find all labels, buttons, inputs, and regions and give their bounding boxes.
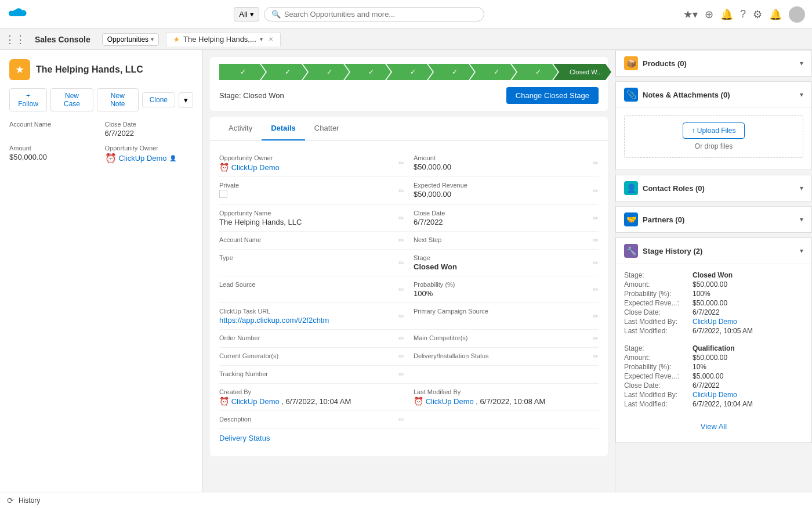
type-label: Type [219, 254, 404, 261]
favorites-icon[interactable]: ★▾ [683, 8, 698, 21]
edit-icon[interactable]: ✏ [398, 286, 404, 294]
drop-text: Or drop files [632, 142, 796, 150]
history-prob-1: Probability (%): 100% [624, 290, 803, 298]
new-case-button[interactable]: New Case [50, 88, 93, 111]
edit-icon[interactable]: ✏ [398, 370, 404, 379]
tab-dropdown-icon[interactable]: ▾ [260, 36, 263, 42]
private-checkbox[interactable] [219, 190, 227, 198]
tab-chatter[interactable]: Chatter [305, 117, 349, 140]
edit-icon[interactable]: ✏ [398, 159, 404, 167]
stage-history-header[interactable]: 🔧 Stage History (2) ▾ [616, 238, 811, 264]
tab-activity[interactable]: Activity [219, 117, 262, 140]
history-amount-1: Amount: $50,000.00 [624, 280, 803, 289]
expected-revenue-detail: Expected Revenue $50,000.00 ✏ [414, 182, 599, 200]
edit-icon[interactable]: ✏ [593, 286, 599, 294]
app-menu-icon[interactable]: ⋮⋮ [5, 33, 26, 46]
history-lm-value-1: 6/7/2022, 10:05 AM [693, 327, 753, 335]
clickup-url-value[interactable]: https://app.clickup.com/t/2f2chtm [219, 316, 404, 325]
partners-chevron: ▾ [800, 215, 803, 224]
record-tab[interactable]: ★ The Helping Hands,... ▾ ✕ [166, 32, 281, 46]
stage-step-7[interactable]: ✓ [470, 64, 516, 80]
stage-step-closed[interactable]: Closed W... [553, 64, 611, 80]
partners-section: 🤝 Partners (0) ▾ [615, 206, 812, 233]
history-lm-label-2: Last Modified: [624, 400, 688, 408]
edit-icon[interactable]: ✏ [593, 159, 599, 167]
record-header: ★ The Helping Hands, LLC [9, 59, 193, 80]
edit-icon[interactable]: ✏ [398, 236, 404, 244]
edit-icon[interactable]: ✏ [398, 334, 404, 343]
edit-icon[interactable]: ✏ [593, 312, 599, 320]
delivery-status-value[interactable]: Delivery Status [219, 434, 404, 442]
stage-step-1[interactable]: ✓ [219, 64, 266, 80]
edit-icon[interactable]: ✏ [593, 236, 599, 244]
stage-history-icon: 🔧 [624, 244, 638, 258]
created-by-link[interactable]: ClickUp Demo [231, 397, 280, 406]
add-icon[interactable]: ⊕ [705, 8, 713, 21]
history-label[interactable]: History [19, 496, 40, 505]
type-detail: Type ✏ [219, 254, 404, 271]
edit-icon[interactable]: ✏ [398, 259, 404, 267]
opportunities-tab[interactable]: Opportunities ▾ [102, 33, 159, 46]
last-modified-label: Last Modified By [414, 388, 599, 395]
salesforce-logo[interactable] [7, 4, 28, 25]
history-lmb-2: Last Modified By: ClickUp Demo [624, 391, 803, 399]
edit-icon[interactable]: ✏ [593, 259, 599, 267]
history-lmb-value-1[interactable]: ClickUp Demo [693, 318, 737, 326]
edit-icon[interactable]: ✏ [398, 312, 404, 320]
stage-step-2[interactable]: ✓ [261, 64, 307, 80]
history-icon: ⟳ [7, 496, 14, 505]
record-title: The Helping Hands, LLC [36, 64, 143, 75]
user-avatar[interactable] [789, 6, 805, 23]
stage-step-4[interactable]: ✓ [345, 64, 391, 80]
edit-icon[interactable]: ✏ [593, 187, 599, 195]
clickup-url-detail: ClickUp Task URL https://app.clickup.com… [219, 308, 404, 325]
search-scope-select[interactable]: All ▾ [234, 7, 259, 21]
opp-owner-detail-value[interactable]: ⏰ ClickUp Demo [219, 163, 404, 172]
stage-step-6[interactable]: ✓ [428, 64, 474, 80]
stage-step-5[interactable]: ✓ [386, 64, 433, 80]
new-note-button[interactable]: New Note [97, 88, 139, 111]
detail-row-5: Type ✏ Stage Closed Won ✏ [219, 250, 599, 276]
stage-step-3[interactable]: ✓ [303, 64, 349, 80]
notifications-icon[interactable]: 🔔 [720, 8, 733, 21]
last-modified-date: , 6/7/2022, 10:08 AM [476, 397, 545, 406]
upload-files-button[interactable]: ↑ Upload Files [683, 123, 744, 139]
last-modified-link[interactable]: ClickUp Demo [426, 397, 474, 406]
edit-icon[interactable]: ✏ [593, 214, 599, 222]
tab-close-icon[interactable]: ✕ [269, 36, 273, 42]
clone-button[interactable]: Clone [142, 92, 175, 107]
history-closedate-value-1: 6/7/2022 [693, 308, 720, 316]
settings-icon[interactable]: ⚙ [753, 8, 762, 21]
opportunity-owner-value[interactable]: ⏰ ClickUp Demo 👤 [105, 153, 194, 164]
view-all-link[interactable]: View All [624, 417, 803, 435]
edit-icon[interactable]: ✏ [398, 214, 404, 222]
products-header[interactable]: 📦 Products (0) ▾ [616, 51, 811, 76]
view-all-anchor[interactable]: View All [701, 422, 727, 431]
middle-panel: ✓ ✓ ✓ ✓ ✓ ✓ ✓ ✓ Closed W... Stage: Close… [203, 50, 615, 492]
more-actions-button[interactable]: ▾ [179, 92, 193, 108]
search-box[interactable]: 🔍 [264, 7, 484, 21]
partners-header[interactable]: 🤝 Partners (0) ▾ [616, 207, 811, 232]
notes-header[interactable]: 📎 Notes & Attachments (0) ▾ [616, 82, 811, 108]
notes-icon: 📎 [624, 88, 638, 102]
contact-roles-header[interactable]: 👤 Contact Roles (0) ▾ [616, 175, 811, 201]
stage-step-8[interactable]: ✓ [512, 64, 558, 80]
created-by-value: ⏰ ClickUp Demo , 6/7/2022, 10:04 AM [219, 397, 404, 406]
edit-icon[interactable]: ✏ [398, 352, 404, 361]
lead-source-detail: Lead Source ✏ [219, 281, 404, 298]
edit-icon[interactable]: ✏ [593, 334, 599, 343]
history-lmb-1: Last Modified By: ClickUp Demo [624, 318, 803, 326]
change-closed-stage-button[interactable]: Change Closed Stage [506, 87, 599, 104]
search-input[interactable] [284, 10, 477, 19]
edit-icon[interactable]: ✏ [398, 187, 404, 195]
follow-button[interactable]: + Follow [9, 88, 47, 111]
tab-details[interactable]: Details [262, 117, 305, 140]
close-date-detail: Close Date 6/7/2022 ✏ [414, 210, 599, 226]
help-icon[interactable]: ? [740, 8, 746, 20]
edit-icon[interactable]: ✏ [593, 352, 599, 361]
bell-icon[interactable]: 🔔 [769, 8, 782, 21]
edit-icon[interactable]: ✏ [398, 416, 404, 424]
history-lmb-value-2[interactable]: ClickUp Demo [693, 391, 737, 399]
history-exprev-2: Expected Reve...: $5,000.00 [624, 372, 803, 380]
products-chevron: ▾ [800, 59, 803, 67]
